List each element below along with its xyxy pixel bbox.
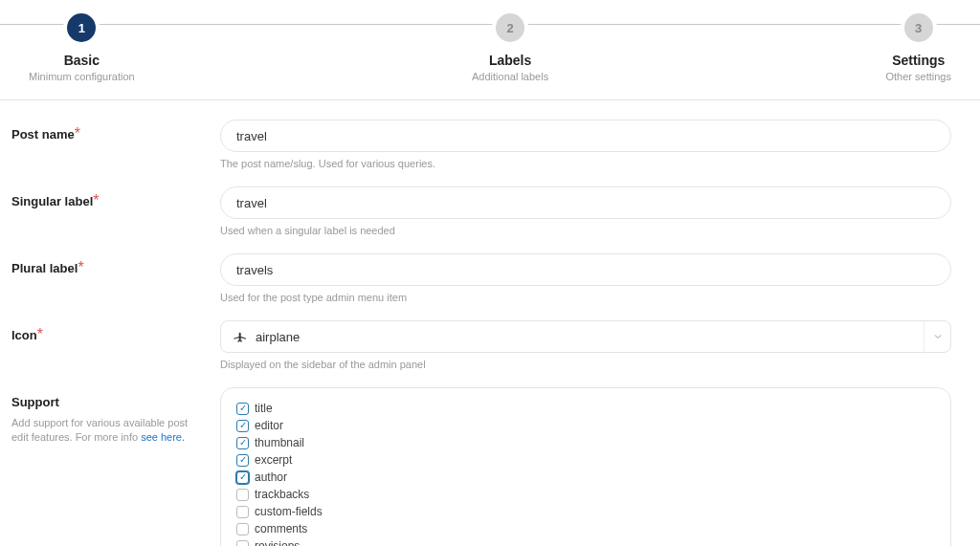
- label-post-name: Post name: [11, 127, 75, 142]
- help-singular: Used when a singular label is needed: [220, 225, 951, 236]
- step-number: 1: [63, 10, 100, 46]
- support-option[interactable]: editor: [236, 419, 935, 432]
- row-singular: Singular label* Used when a singular lab…: [11, 186, 951, 236]
- stepper: 1 Basic Minimum configuration 2 Labels A…: [0, 0, 980, 100]
- step-basic[interactable]: 1 Basic Minimum configuration: [29, 10, 135, 82]
- support-option-label: trackbacks: [255, 488, 309, 501]
- help-support: Add support for various available post e…: [11, 416, 207, 445]
- support-option-label: custom-fields: [255, 505, 323, 518]
- support-option-label: excerpt: [255, 453, 292, 467]
- checkbox-icon[interactable]: [236, 489, 249, 501]
- support-option[interactable]: trackbacks: [236, 488, 935, 501]
- help-plural: Used for the post type admin menu item: [220, 292, 951, 303]
- support-option-label: title: [255, 402, 273, 415]
- help-support-link[interactable]: see here.: [141, 431, 185, 443]
- support-option-label: revisions: [255, 539, 300, 546]
- checkbox-icon[interactable]: [236, 471, 249, 484]
- help-post-name: The post name/slug. Used for various que…: [220, 158, 951, 169]
- label-plural: Plural label: [11, 261, 78, 275]
- checkbox-icon[interactable]: [236, 437, 249, 449]
- step-title: Settings: [892, 53, 945, 68]
- support-option-label: thumbnail: [255, 436, 304, 449]
- input-singular[interactable]: [220, 186, 951, 219]
- support-option[interactable]: revisions: [236, 539, 935, 546]
- row-plural: Plural label* Used for the post type adm…: [11, 253, 951, 303]
- airplane-icon: [233, 329, 248, 344]
- support-option[interactable]: author: [236, 470, 935, 484]
- checkbox-icon[interactable]: [236, 506, 249, 518]
- support-option[interactable]: thumbnail: [236, 436, 935, 449]
- checkbox-icon[interactable]: [236, 420, 249, 432]
- required-mark: *: [75, 125, 80, 142]
- step-sub: Minimum configuration: [29, 71, 135, 82]
- required-mark: *: [78, 259, 83, 275]
- select-icon[interactable]: airplane: [220, 320, 951, 353]
- row-post-name: Post name* The post name/slug. Used for …: [11, 120, 951, 169]
- row-icon: Icon* airplane Displayed on the sidebar …: [11, 320, 951, 370]
- form-basic: Post name* The post name/slug. Used for …: [0, 100, 980, 546]
- support-option-label: author: [255, 470, 287, 484]
- support-option[interactable]: excerpt: [236, 453, 935, 467]
- step-number: 3: [901, 10, 937, 46]
- label-singular: Singular label: [11, 194, 93, 208]
- step-title: Labels: [489, 53, 531, 68]
- checkbox-icon[interactable]: [236, 403, 249, 415]
- support-box: titleeditorthumbnailexcerptauthortrackba…: [220, 387, 951, 546]
- required-mark: *: [37, 326, 43, 342]
- step-settings[interactable]: 3 Settings Other settings: [886, 10, 951, 82]
- checkbox-icon[interactable]: [236, 523, 249, 535]
- support-option[interactable]: comments: [236, 522, 935, 535]
- required-mark: *: [93, 192, 99, 208]
- support-option[interactable]: custom-fields: [236, 505, 935, 518]
- support-option[interactable]: title: [236, 402, 935, 415]
- step-sub: Additional labels: [472, 71, 548, 82]
- checkbox-icon[interactable]: [236, 454, 249, 467]
- step-labels[interactable]: 2 Labels Additional labels: [472, 10, 548, 82]
- step-sub: Other settings: [886, 71, 951, 82]
- step-title: Basic: [64, 53, 100, 68]
- chevron-down-icon: [924, 321, 950, 352]
- step-number: 2: [492, 10, 528, 46]
- label-icon: Icon: [11, 328, 37, 342]
- support-option-label: editor: [255, 419, 283, 432]
- input-post-name[interactable]: [220, 120, 951, 152]
- support-option-label: comments: [255, 522, 307, 535]
- row-support: Support Add support for various availabl…: [11, 387, 951, 546]
- input-plural[interactable]: [220, 253, 951, 286]
- checkbox-icon[interactable]: [236, 540, 249, 547]
- label-support: Support: [11, 395, 59, 409]
- help-icon: Displayed on the sidebar of the admin pa…: [220, 359, 951, 370]
- select-icon-value: airplane: [256, 330, 300, 344]
